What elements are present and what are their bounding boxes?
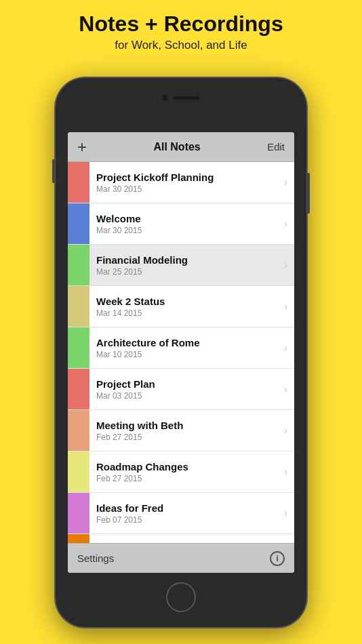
note-color-bar xyxy=(68,369,89,409)
note-color-bar xyxy=(68,245,89,285)
camera-dot xyxy=(162,95,167,100)
note-color-bar xyxy=(68,534,89,543)
list-item[interactable]: Ideas for FredFeb 07 2015› xyxy=(68,493,294,534)
note-title: Welcome xyxy=(96,213,279,224)
chevron-right-icon: › xyxy=(284,384,294,395)
list-item[interactable]: Project PlanMar 03 2015› xyxy=(68,369,294,410)
add-button[interactable]: + xyxy=(77,138,87,157)
note-title: Architecture of Rome xyxy=(96,337,279,348)
edit-button[interactable]: Edit xyxy=(267,141,285,153)
settings-button[interactable]: Settings xyxy=(77,552,114,564)
note-color-bar xyxy=(68,451,89,492)
note-color-bar xyxy=(68,410,89,451)
note-content: Meeting with BethFeb 27 2015 xyxy=(89,413,284,449)
app-subtitle: for Work, School, and Life xyxy=(14,39,348,52)
note-content: Week 2 StatusMar 14 2015 xyxy=(89,289,284,325)
list-item[interactable]: WelcomeMar 30 2015› xyxy=(68,203,294,245)
note-title: Project Kickoff Planning xyxy=(96,172,279,183)
chevron-right-icon: › xyxy=(284,425,294,436)
note-date: Feb 27 2015 xyxy=(96,432,279,442)
note-date: Mar 30 2015 xyxy=(96,184,279,194)
app-title: Notes + Recordings xyxy=(14,12,348,36)
chevron-right-icon: › xyxy=(284,177,294,188)
note-title: Ideas for Fred xyxy=(96,502,279,514)
info-button[interactable]: i xyxy=(270,551,285,566)
list-item[interactable]: Week 2 StatusMar 14 2015› xyxy=(68,286,294,327)
note-content: Project PlanMar 03 2015 xyxy=(89,371,284,407)
note-content: Roadmap ChangesFeb 27 2015 xyxy=(89,454,284,490)
app-header: Notes + Recordings for Work, School, and… xyxy=(0,0,362,59)
note-date: Mar 25 2015 xyxy=(96,267,279,277)
chevron-right-icon: › xyxy=(284,342,294,353)
note-title: Project Plan xyxy=(96,378,279,390)
chevron-right-icon: › xyxy=(284,508,294,519)
note-content: HawaiiJan 27 2015 xyxy=(89,537,284,544)
note-title: Financial Modeling xyxy=(96,254,279,266)
speaker-bar xyxy=(173,96,200,100)
phone-shell: + All Notes Edit Project Kickoff Plannin… xyxy=(56,78,306,627)
phone-screen: + All Notes Edit Project Kickoff Plannin… xyxy=(68,132,294,573)
list-item[interactable]: Architecture of RomeMar 10 2015› xyxy=(68,327,294,369)
note-date: Feb 27 2015 xyxy=(96,474,279,483)
nav-title: All Notes xyxy=(153,141,200,153)
chevron-right-icon: › xyxy=(284,218,294,229)
phone-notch xyxy=(140,92,222,104)
note-date: Mar 30 2015 xyxy=(96,226,279,235)
note-date: Mar 14 2015 xyxy=(96,308,279,318)
note-content: Ideas for FredFeb 07 2015 xyxy=(89,496,284,531)
note-color-bar xyxy=(68,493,89,534)
note-content: WelcomeMar 30 2015 xyxy=(89,206,284,242)
note-date: Feb 07 2015 xyxy=(96,515,279,525)
list-item[interactable]: Financial ModelingMar 25 2015› xyxy=(68,245,294,286)
note-content: Architecture of RomeMar 10 2015 xyxy=(89,330,284,366)
list-item[interactable]: Meeting with BethFeb 27 2015› xyxy=(68,410,294,451)
note-date: Mar 10 2015 xyxy=(96,350,279,359)
note-title: Meeting with Beth xyxy=(96,420,279,431)
chevron-right-icon: › xyxy=(284,260,294,270)
list-item[interactable]: HawaiiJan 27 2015› xyxy=(68,534,294,543)
note-date: Mar 03 2015 xyxy=(96,391,279,401)
note-color-bar xyxy=(68,162,89,203)
note-title: Week 2 Status xyxy=(96,296,279,307)
list-item[interactable]: Roadmap ChangesFeb 27 2015› xyxy=(68,451,294,493)
notes-list: Project Kickoff PlanningMar 30 2015›Welc… xyxy=(68,162,294,543)
nav-bar: + All Notes Edit xyxy=(68,132,294,162)
note-color-bar xyxy=(68,286,89,327)
note-title: Roadmap Changes xyxy=(96,461,279,472)
note-color-bar xyxy=(68,327,89,368)
note-content: Project Kickoff PlanningMar 30 2015 xyxy=(89,165,284,201)
note-color-bar xyxy=(68,203,89,244)
note-content: Financial ModelingMar 25 2015 xyxy=(89,247,284,283)
chevron-right-icon: › xyxy=(284,466,294,477)
home-button[interactable] xyxy=(166,582,196,612)
chevron-right-icon: › xyxy=(284,301,294,312)
list-item[interactable]: Project Kickoff PlanningMar 30 2015› xyxy=(68,162,294,203)
bottom-bar: Settings i xyxy=(68,543,294,573)
